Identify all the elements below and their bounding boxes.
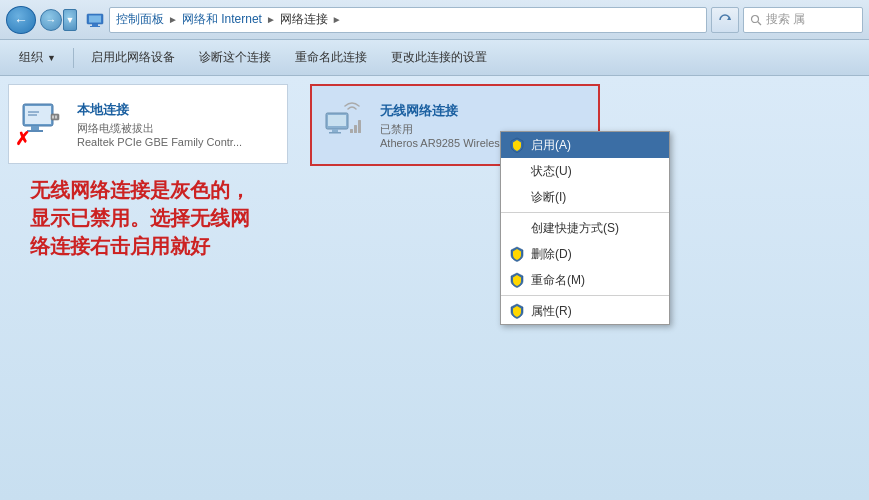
svg-rect-3 (90, 26, 100, 27)
local-connection-info: 本地连接 网络电缆被拔出 Realtek PCIe GBE Family Con… (77, 101, 277, 148)
annotation-text: 无线网络连接是灰色的，显示已禁用。选择无线网络连接右击启用就好 (30, 176, 250, 260)
svg-rect-18 (332, 129, 338, 132)
svg-rect-22 (358, 120, 361, 133)
wireless-connection-icon-area (322, 101, 370, 149)
svg-rect-19 (329, 132, 341, 134)
search-placeholder: 搜索 属 (766, 11, 805, 28)
shield-icon-properties (509, 303, 525, 319)
forward-dropdown[interactable]: ▼ (63, 9, 77, 31)
breadcrumb-current: 网络连接 (280, 11, 328, 28)
svg-rect-21 (354, 125, 357, 133)
context-menu-delete[interactable]: 删除(D) (501, 241, 669, 267)
breadcrumb-network-internet[interactable]: 网络和 Internet (182, 11, 262, 28)
svg-rect-1 (89, 15, 101, 22)
svg-rect-2 (92, 24, 98, 26)
local-connection-adapter: Realtek PCIe GBE Family Contr... (77, 136, 277, 148)
organize-chevron: ▼ (47, 53, 56, 63)
context-menu-delete-label: 删除(D) (531, 246, 572, 263)
svg-rect-15 (55, 116, 57, 119)
local-connection-item[interactable]: ✗ 本地连接 网络电缆被拔出 Realtek PCIe GBE Family C… (8, 84, 288, 164)
svg-rect-17 (328, 115, 346, 126)
address-bar: ← → ▼ 控制面板 ► 网络和 Internet ► 网络连接 ► 搜索 属 (0, 0, 869, 40)
breadcrumb-control-panel[interactable]: 控制面板 (116, 11, 164, 28)
context-menu-enable[interactable]: 启用(A) (501, 132, 669, 158)
svg-point-5 (752, 15, 759, 22)
breadcrumb-sep-1: ► (168, 14, 178, 25)
svg-rect-11 (31, 126, 39, 130)
context-menu-shortcut[interactable]: 创建快捷方式(S) (501, 215, 669, 241)
context-menu-sep-2 (501, 295, 669, 296)
toolbar-enable[interactable]: 启用此网络设备 (80, 44, 186, 72)
search-icon (750, 14, 762, 26)
toolbar-diagnose[interactable]: 诊断这个连接 (188, 44, 282, 72)
context-menu-properties-label: 属性(R) (531, 303, 572, 320)
svg-line-6 (758, 22, 761, 25)
wireless-connection-name[interactable]: 无线网络连接 (380, 102, 588, 120)
context-menu-diagnose[interactable]: 诊断(I) (501, 184, 669, 210)
forward-button[interactable]: → (40, 9, 62, 31)
local-connection-icon-area: ✗ (19, 100, 67, 148)
wireless-connection-icon (322, 101, 362, 141)
context-menu-rename-label: 重命名(M) (531, 272, 585, 289)
main-content: ✗ 本地连接 网络电缆被拔出 Realtek PCIe GBE Family C… (0, 76, 869, 500)
breadcrumb-sep-2: ► (266, 14, 276, 25)
back-button[interactable]: ← (6, 6, 36, 34)
toolbar-separator-1 (73, 48, 74, 68)
refresh-button[interactable] (711, 7, 739, 33)
svg-rect-14 (52, 116, 54, 119)
toolbar-rename[interactable]: 重命名此连接 (284, 44, 378, 72)
local-connection-error-icon: ✗ (15, 130, 30, 148)
local-connection-status: 网络电缆被拔出 (77, 121, 277, 136)
context-menu-shortcut-label: 创建快捷方式(S) (531, 220, 619, 237)
context-menu-rename[interactable]: 重命名(M) (501, 267, 669, 293)
search-box[interactable]: 搜索 属 (743, 7, 863, 33)
breadcrumb-sep-3: ► (332, 14, 342, 25)
context-menu-diagnose-label: 诊断(I) (531, 189, 566, 206)
local-connection-name[interactable]: 本地连接 (77, 101, 277, 119)
svg-rect-20 (350, 129, 353, 133)
shield-icon-enable (509, 137, 525, 153)
toolbar-organize[interactable]: 组织 ▼ (8, 44, 67, 72)
context-menu-status-label: 状态(U) (531, 163, 572, 180)
context-menu-properties[interactable]: 属性(R) (501, 298, 669, 324)
context-menu-status[interactable]: 状态(U) (501, 158, 669, 184)
breadcrumb-bar: 控制面板 ► 网络和 Internet ► 网络连接 ► (109, 7, 707, 33)
breadcrumb-icon (85, 10, 105, 30)
context-menu-enable-label: 启用(A) (531, 137, 571, 154)
context-menu-sep-1 (501, 212, 669, 213)
shield-icon-rename (509, 272, 525, 288)
shield-icon-delete (509, 246, 525, 262)
toolbar-change-settings[interactable]: 更改此连接的设置 (380, 44, 498, 72)
context-menu: 启用(A) 状态(U) 诊断(I) 创建快捷方式(S) 删除(D) 重命名(M) (500, 131, 670, 325)
toolbar: 组织 ▼ 启用此网络设备 诊断这个连接 重命名此连接 更改此连接的设置 (0, 40, 869, 76)
